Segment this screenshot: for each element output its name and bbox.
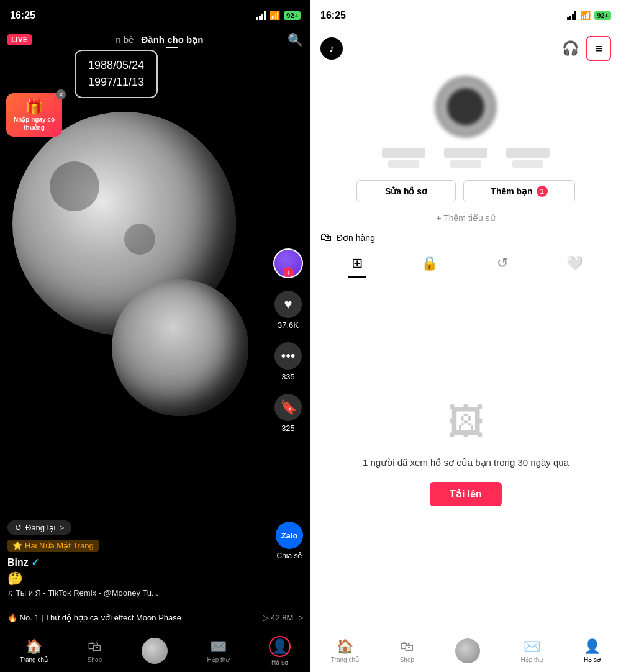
repost-button[interactable]: ↺ Đăng lại > (7, 520, 71, 535)
bio-link[interactable]: + Thêm tiểu sử (436, 213, 495, 223)
close-promo-button[interactable]: ✕ (56, 89, 66, 99)
battery-right: 92+ (594, 11, 611, 20)
star-icon: ⭐ (12, 541, 22, 550)
profile-avatar (435, 76, 497, 138)
nav-profile-label-right: Hồ sơ (584, 656, 601, 663)
heart-tab-icon: 🤍 (566, 255, 583, 271)
bookmark-button[interactable]: 🔖 325 (274, 394, 302, 433)
username-text: Binz (7, 557, 29, 568)
like-count: 37,6K (278, 320, 299, 330)
username[interactable]: Binz ✓ (7, 556, 261, 568)
tab-repost[interactable]: ↺ (466, 249, 538, 278)
signal-icon (256, 11, 266, 20)
nav-moon-right[interactable] (455, 638, 480, 663)
nav-moon-left[interactable] (142, 638, 168, 664)
avatar-area (310, 66, 621, 143)
trending-bar[interactable]: 🔥 No. 1 | Thử độ hợp cạ với effect Moon … (0, 608, 310, 627)
repost-icon: ↺ (15, 523, 22, 532)
wifi-icon: 📶 (270, 11, 280, 20)
tab-videos[interactable]: ⊞ (320, 249, 393, 278)
tiktok-logo: ♪ (320, 37, 343, 60)
avatar-inner (447, 88, 484, 125)
song-tag[interactable]: ⭐ Hai Nửa Mặt Trăng (7, 540, 99, 552)
upload-button[interactable]: Tải lên (430, 482, 502, 506)
date-1: 1988/05/24 (88, 57, 144, 74)
tab-following[interactable]: n bè (116, 34, 134, 45)
song-name: Hai Nửa Mặt Trăng (25, 541, 94, 550)
zalo-button[interactable]: Zalo (276, 522, 303, 549)
nav-shop-left[interactable]: 🛍 Shop (88, 638, 102, 663)
nav-home-left[interactable]: 🏠 Trang chủ (20, 638, 48, 663)
shop-icon-left: 🛍 (88, 638, 101, 655)
trending-text: 🔥 No. 1 | Thử độ hợp cạ với effect Moon … (7, 613, 258, 622)
profile-nav-header: ♪ 🎧 ≡ (310, 31, 621, 66)
nav-inbox-right[interactable]: ✉️ Hộp thư (520, 638, 543, 663)
nav-profile-right[interactable]: 👤 Hồ sơ (584, 638, 601, 663)
menu-button[interactable]: ≡ (586, 36, 611, 61)
nav-home-label-left: Trang chủ (20, 656, 48, 663)
heart-icon: ♥ (274, 291, 302, 318)
live-badge: LIVE (7, 34, 32, 45)
bottom-nav-right: 🏠 Trang chủ 🛍 Shop ✉️ Hộp thư 👤 Hồ sơ (310, 629, 621, 672)
add-friend-button[interactable]: Thêm bạn 1 (463, 180, 575, 202)
promo-text: Nhập ngay có thưởng (11, 116, 57, 132)
action-buttons: Sửa hồ sơ Thêm bạn 1 (310, 173, 621, 210)
inbox-icon-right: ✉️ (524, 638, 540, 655)
stat-label-following (388, 160, 419, 168)
stat-num-following (382, 148, 425, 158)
repost-label: Đăng lại (25, 523, 55, 532)
moon-thumb-right (455, 638, 480, 663)
zalo-share[interactable]: Zalo Chia sẻ (276, 522, 303, 560)
verified-icon: ✓ (31, 556, 39, 568)
nav-shop-right[interactable]: 🛍 Shop (400, 638, 414, 663)
tab-for-you[interactable]: Đành cho bạn (142, 34, 204, 45)
tab-locked[interactable]: 🔒 (393, 249, 466, 278)
tab-liked[interactable]: 🤍 (538, 249, 611, 278)
stat-likes (506, 148, 550, 168)
nav-profile-label-left: Hồ sơ (271, 659, 288, 666)
top-bar-left: 16:25 📶 92+ (0, 0, 310, 31)
top-bar-right: 16:25 📶 92+ (310, 0, 621, 31)
signal-icon-right (567, 11, 576, 20)
comment-icon: ••• (274, 342, 302, 370)
bookmark-icon: 🔖 (274, 394, 302, 421)
stat-label-followers (450, 160, 481, 168)
nav-home-right[interactable]: 🏠 Trang chủ (331, 638, 359, 663)
shop-icon-right: 🛍 (400, 638, 414, 655)
bio-area: + Thêm tiểu sử (310, 210, 621, 226)
edit-profile-button[interactable]: Sửa hồ sơ (356, 180, 456, 202)
follow-tabs: n bè Đành cho bạn (37, 34, 283, 45)
stats-row (310, 143, 621, 173)
profile-icon-right: 👤 (584, 638, 601, 655)
gallery-icon: 🖼 (447, 401, 484, 443)
gift-icon: 🎁 (11, 98, 57, 116)
comment-button[interactable]: ••• 335 (274, 342, 302, 381)
song-line: ♫ Ты и Я - TikTok Remix - @Mooney Tu... (7, 588, 261, 597)
headphone-icon[interactable]: 🎧 (562, 40, 579, 57)
left-panel: 16:25 📶 92+ LIVE n bè Đành cho bạn 🔍 198… (0, 0, 310, 672)
emoji-line: 🤔 (7, 571, 261, 586)
repost-tab-icon: ↺ (497, 255, 508, 271)
nav-inbox-left[interactable]: ✉️ Hộp thư (207, 638, 229, 663)
grid-icon: ⊞ (351, 255, 363, 271)
like-button[interactable]: ♥ 37,6K (274, 291, 302, 330)
nav-inbox-label-left: Hộp thư (207, 656, 229, 663)
search-icon-left[interactable]: 🔍 (288, 32, 303, 47)
profile-active-outline: 👤 (269, 636, 291, 657)
profile-icon-left: 👤 (271, 638, 288, 654)
gift-promo[interactable]: ✕ 🎁 Nhập ngay có thưởng (6, 93, 62, 137)
inbox-icon-left: ✉️ (210, 638, 227, 655)
live-bar: LIVE n bè Đành cho bạn 🔍 (0, 32, 310, 47)
stat-num-followers (444, 148, 487, 158)
order-row[interactable]: 🛍 Đơn hàng (310, 226, 621, 249)
friend-badge: 1 (537, 186, 548, 197)
moon-small (112, 279, 248, 416)
nav-shop-label-left: Shop (88, 656, 102, 663)
trending-chevron-icon: > (298, 613, 303, 622)
nav-profile-left[interactable]: 👤 Hồ sơ (269, 636, 291, 666)
profile-header-icons: 🎧 ≡ (562, 36, 611, 61)
tiktok-logo-icon: ♪ (329, 42, 335, 55)
creator-avatar[interactable] (273, 248, 303, 278)
content-tabs: ⊞ 🔒 ↺ 🤍 (310, 249, 621, 278)
stat-following (382, 148, 425, 168)
